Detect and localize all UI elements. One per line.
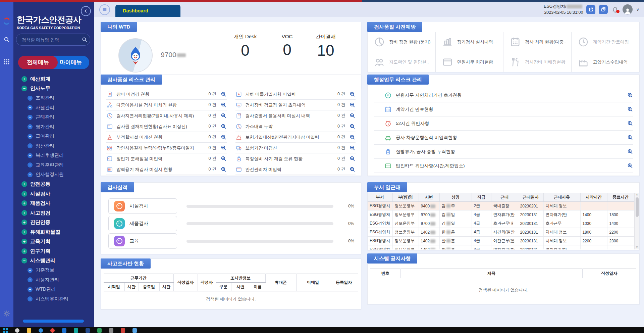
expand-icon[interactable]: +	[28, 153, 33, 158]
performance-card-교육[interactable]: 교육	[108, 233, 177, 249]
taskbar-app-green-icon[interactable]	[97, 328, 102, 333]
notifications-bell-icon[interactable]	[611, 5, 619, 13]
magnifier-zoom-icon[interactable]	[349, 102, 356, 108]
magnifier-zoom-icon[interactable]	[349, 166, 356, 173]
expand-icon[interactable]: +	[21, 200, 27, 206]
open-window-button[interactable]	[586, 5, 595, 14]
settings-gear-icon[interactable]	[0, 310, 13, 317]
scrollbar-thumb[interactable]	[636, 197, 639, 217]
magnifier-zoom-icon[interactable]	[220, 123, 227, 130]
magnifier-zoom-icon[interactable]	[349, 145, 356, 151]
open-popup-button[interactable]	[599, 5, 608, 14]
taskbar-chrome-icon[interactable]	[50, 328, 55, 333]
expand-icon[interactable]: +	[28, 96, 33, 101]
expand-icon[interactable]: +	[21, 210, 27, 216]
dept-attendance-row[interactable]: ESG경영처 정보운영부 1402 한훈 4급 야간근무(본 20230131 …	[368, 237, 634, 245]
sidebar-item-연구기획[interactable]: + 연구기획	[13, 246, 94, 256]
taskbar-folder-icon[interactable]	[27, 328, 31, 333]
dept-attendance-row[interactable]: ESG경영처 정보운영부 1402 한훈 4급 시간외(일반 20230131 …	[368, 228, 634, 237]
menu-search-input[interactable]	[21, 37, 82, 43]
dept-attendance-row[interactable]: ESG경영처 정보운영부 1402 한훈 4급 연차휴가(반 20230131 …	[368, 245, 634, 250]
hamburger-menu-icon[interactable]	[99, 4, 110, 15]
magnifier-zoom-icon[interactable]	[349, 155, 356, 162]
menu-search-icon[interactable]	[82, 37, 88, 43]
dept-attendance-row[interactable]: ESG경영처 정보운영부 9700 김일 4급 초과근무대 20230131 초…	[368, 219, 634, 228]
prevention-cell-민원사무 처리현황[interactable]: 민원사무 처리현황	[436, 52, 504, 72]
sidebar-item-평가관리[interactable]: + 평가관리	[13, 122, 94, 132]
expand-icon[interactable]: +	[21, 220, 27, 225]
collapse-icon[interactable]: −	[21, 258, 27, 264]
taskbar-search-icon[interactable]	[15, 328, 19, 333]
sidebar-item-근태관리[interactable]: + 근태관리	[13, 112, 94, 122]
expand-icon[interactable]: +	[21, 181, 27, 187]
taskbar-app-gray-icon[interactable]	[109, 328, 113, 333]
sidebar-item-예산회계[interactable]: + 예산회계	[13, 74, 94, 84]
sidebar-item-인사행정지원[interactable]: + 인사행정지원	[13, 170, 94, 180]
expand-icon[interactable]: +	[28, 172, 33, 177]
sidebar-item-사원관리[interactable]: + 사원관리	[13, 103, 94, 113]
expand-icon[interactable]: +	[28, 296, 33, 301]
expand-icon[interactable]: +	[21, 239, 27, 244]
taskbar-app-red-icon[interactable]	[121, 328, 125, 333]
prevention-cell-계약기간 만료예정[interactable]: 계약기간 만료예정	[572, 32, 640, 52]
taskbar-app-blue-icon[interactable]	[62, 328, 66, 333]
sidebar-item-교육기획[interactable]: + 교육기획	[13, 237, 94, 247]
taskbar-edge-icon[interactable]	[39, 328, 43, 333]
performance-card-시설검사[interactable]: 시설검사	[108, 198, 177, 214]
expand-icon[interactable]: +	[21, 191, 27, 197]
prevention-cell-고압가스수입내역[interactable]: 고압가스수입내역	[572, 52, 640, 72]
expand-icon[interactable]: +	[28, 134, 33, 139]
magnifier-zoom-icon[interactable]	[627, 92, 633, 98]
prevention-cell-장비 점검 현황 (분기)[interactable]: 장비 점검 현황 (분기)	[368, 32, 436, 52]
taskbar-start-icon[interactable]	[3, 328, 8, 333]
sidebar-item-기준정보[interactable]: + 기준정보	[13, 266, 94, 275]
magnifier-zoom-icon[interactable]	[627, 148, 633, 155]
expand-icon[interactable]: +	[28, 277, 33, 282]
expand-icon[interactable]: +	[21, 76, 27, 82]
expand-icon[interactable]: +	[28, 115, 33, 120]
dept-attendance-row[interactable]: ESG경영처 정보운영부 9700 김일 4급 연차휴가(반 20230131 …	[368, 210, 634, 219]
magnifier-zoom-icon[interactable]	[627, 106, 633, 112]
prevention-cell-검사장비 미배정현황[interactable]: 검사장비 미배정현황	[503, 52, 572, 72]
sidebar-item-조직관리[interactable]: + 조직관리	[13, 93, 94, 103]
sidebar-item-WTD관리[interactable]: + WTD관리	[13, 285, 94, 294]
user-avatar[interactable]	[623, 4, 633, 14]
rail-menu-grid-icon[interactable]	[0, 58, 13, 65]
expand-icon[interactable]: +	[28, 143, 33, 148]
prevention-cell-정기검사 실시내역...[interactable]: 정기검사 실시내역...	[436, 32, 504, 52]
tab-all-menu[interactable]: 전체메뉴	[18, 56, 58, 69]
expand-icon[interactable]: +	[28, 162, 33, 168]
sidebar-item-안전공통[interactable]: + 안전공통	[13, 180, 94, 189]
prevention-cell-검사 처리 현황(다중..[interactable]: 검사 처리 현황(다중..	[503, 32, 572, 52]
scroll-up-icon[interactable]: ▲	[636, 193, 638, 196]
sidebar-item-시설검사[interactable]: + 시설검사	[13, 189, 94, 199]
expand-icon[interactable]: +	[21, 229, 27, 235]
dept-attendance-row[interactable]: ESG경영처 정보운영부 9400 김주 2급 국내출장 20230201 차세…	[368, 202, 634, 210]
magnifier-zoom-icon[interactable]	[220, 145, 227, 151]
sidebar-item-급여관리[interactable]: + 급여관리	[13, 132, 94, 141]
magnifier-zoom-icon[interactable]	[220, 134, 227, 140]
expand-icon[interactable]: +	[28, 287, 33, 292]
magnifier-zoom-icon[interactable]	[349, 123, 356, 130]
magnifier-zoom-icon[interactable]	[220, 166, 227, 173]
taskbar-app-navy-icon[interactable]	[86, 328, 90, 333]
taskbar-app-teal-icon[interactable]	[74, 328, 78, 333]
expand-icon[interactable]: +	[28, 124, 33, 129]
sidebar-item-제품검사[interactable]: + 제품검사	[13, 199, 94, 208]
magnifier-zoom-icon[interactable]	[627, 134, 633, 141]
sidebar-item-인사노무[interactable]: − 인사노무	[13, 84, 94, 94]
expand-icon[interactable]: +	[28, 105, 33, 110]
sidebar-item-시스템관리[interactable]: − 시스템관리	[13, 256, 94, 266]
taskbar-app-lightblue-icon[interactable]	[132, 328, 137, 333]
magnifier-zoom-icon[interactable]	[220, 112, 227, 119]
magnifier-zoom-icon[interactable]	[349, 134, 356, 140]
collapse-icon[interactable]: −	[21, 86, 27, 91]
sidebar-item-교육훈련관리[interactable]: + 교육훈련관리	[13, 160, 94, 170]
magnifier-zoom-icon[interactable]	[220, 91, 227, 97]
expand-icon[interactable]: +	[28, 268, 33, 273]
magnifier-zoom-icon[interactable]	[220, 102, 227, 108]
sidebar-item-사고점검[interactable]: + 사고점검	[13, 208, 94, 218]
magnifier-zoom-icon[interactable]	[220, 155, 227, 162]
tab-my-menu[interactable]: 마이메뉴	[52, 56, 89, 69]
magnifier-zoom-icon[interactable]	[349, 112, 356, 119]
